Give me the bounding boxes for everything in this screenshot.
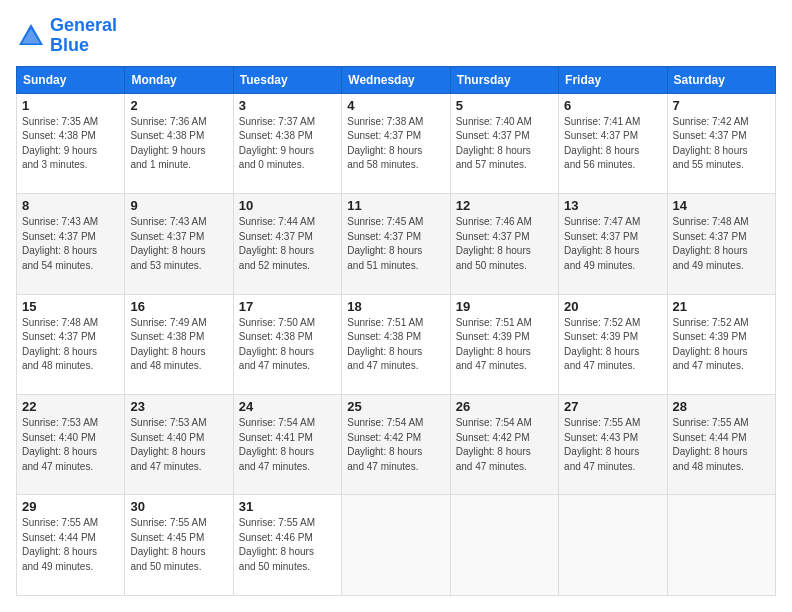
calendar-day-header: Tuesday — [233, 66, 341, 93]
day-info: Sunrise: 7:35 AM Sunset: 4:38 PM Dayligh… — [22, 115, 119, 173]
logo-text: General Blue — [50, 16, 117, 56]
day-info: Sunrise: 7:43 AM Sunset: 4:37 PM Dayligh… — [22, 215, 119, 273]
day-number: 27 — [564, 399, 661, 414]
day-number: 15 — [22, 299, 119, 314]
day-info: Sunrise: 7:51 AM Sunset: 4:38 PM Dayligh… — [347, 316, 444, 374]
day-number: 16 — [130, 299, 227, 314]
day-info: Sunrise: 7:52 AM Sunset: 4:39 PM Dayligh… — [673, 316, 770, 374]
calendar-cell: 28Sunrise: 7:55 AM Sunset: 4:44 PM Dayli… — [667, 395, 775, 495]
calendar-day-header: Saturday — [667, 66, 775, 93]
day-number: 21 — [673, 299, 770, 314]
calendar-cell: 24Sunrise: 7:54 AM Sunset: 4:41 PM Dayli… — [233, 395, 341, 495]
day-number: 30 — [130, 499, 227, 514]
day-info: Sunrise: 7:45 AM Sunset: 4:37 PM Dayligh… — [347, 215, 444, 273]
calendar-cell: 31Sunrise: 7:55 AM Sunset: 4:46 PM Dayli… — [233, 495, 341, 596]
day-number: 12 — [456, 198, 553, 213]
day-info: Sunrise: 7:55 AM Sunset: 4:43 PM Dayligh… — [564, 416, 661, 474]
day-info: Sunrise: 7:55 AM Sunset: 4:45 PM Dayligh… — [130, 516, 227, 574]
day-info: Sunrise: 7:54 AM Sunset: 4:42 PM Dayligh… — [456, 416, 553, 474]
day-number: 18 — [347, 299, 444, 314]
calendar-week-row: 22Sunrise: 7:53 AM Sunset: 4:40 PM Dayli… — [17, 395, 776, 495]
day-number: 17 — [239, 299, 336, 314]
calendar-table: SundayMondayTuesdayWednesdayThursdayFrid… — [16, 66, 776, 596]
day-number: 22 — [22, 399, 119, 414]
header: General Blue — [16, 16, 776, 56]
day-number: 20 — [564, 299, 661, 314]
logo: General Blue — [16, 16, 117, 56]
calendar-cell: 16Sunrise: 7:49 AM Sunset: 4:38 PM Dayli… — [125, 294, 233, 394]
calendar-cell: 30Sunrise: 7:55 AM Sunset: 4:45 PM Dayli… — [125, 495, 233, 596]
day-info: Sunrise: 7:55 AM Sunset: 4:44 PM Dayligh… — [673, 416, 770, 474]
calendar-cell: 25Sunrise: 7:54 AM Sunset: 4:42 PM Dayli… — [342, 395, 450, 495]
day-info: Sunrise: 7:48 AM Sunset: 4:37 PM Dayligh… — [673, 215, 770, 273]
day-number: 29 — [22, 499, 119, 514]
day-info: Sunrise: 7:52 AM Sunset: 4:39 PM Dayligh… — [564, 316, 661, 374]
calendar-cell: 9Sunrise: 7:43 AM Sunset: 4:37 PM Daylig… — [125, 194, 233, 294]
calendar-cell: 6Sunrise: 7:41 AM Sunset: 4:37 PM Daylig… — [559, 93, 667, 193]
day-info: Sunrise: 7:42 AM Sunset: 4:37 PM Dayligh… — [673, 115, 770, 173]
day-info: Sunrise: 7:40 AM Sunset: 4:37 PM Dayligh… — [456, 115, 553, 173]
calendar-cell — [450, 495, 558, 596]
day-info: Sunrise: 7:37 AM Sunset: 4:38 PM Dayligh… — [239, 115, 336, 173]
calendar-cell: 26Sunrise: 7:54 AM Sunset: 4:42 PM Dayli… — [450, 395, 558, 495]
calendar-cell — [667, 495, 775, 596]
calendar-cell: 19Sunrise: 7:51 AM Sunset: 4:39 PM Dayli… — [450, 294, 558, 394]
day-info: Sunrise: 7:49 AM Sunset: 4:38 PM Dayligh… — [130, 316, 227, 374]
day-number: 5 — [456, 98, 553, 113]
calendar-cell: 12Sunrise: 7:46 AM Sunset: 4:37 PM Dayli… — [450, 194, 558, 294]
calendar-cell: 21Sunrise: 7:52 AM Sunset: 4:39 PM Dayli… — [667, 294, 775, 394]
day-info: Sunrise: 7:41 AM Sunset: 4:37 PM Dayligh… — [564, 115, 661, 173]
day-number: 1 — [22, 98, 119, 113]
day-info: Sunrise: 7:54 AM Sunset: 4:42 PM Dayligh… — [347, 416, 444, 474]
day-info: Sunrise: 7:53 AM Sunset: 4:40 PM Dayligh… — [22, 416, 119, 474]
calendar-cell: 29Sunrise: 7:55 AM Sunset: 4:44 PM Dayli… — [17, 495, 125, 596]
calendar-cell: 20Sunrise: 7:52 AM Sunset: 4:39 PM Dayli… — [559, 294, 667, 394]
day-number: 14 — [673, 198, 770, 213]
calendar-day-header: Thursday — [450, 66, 558, 93]
day-info: Sunrise: 7:50 AM Sunset: 4:38 PM Dayligh… — [239, 316, 336, 374]
day-info: Sunrise: 7:55 AM Sunset: 4:46 PM Dayligh… — [239, 516, 336, 574]
day-info: Sunrise: 7:55 AM Sunset: 4:44 PM Dayligh… — [22, 516, 119, 574]
calendar-cell — [559, 495, 667, 596]
day-number: 8 — [22, 198, 119, 213]
day-info: Sunrise: 7:47 AM Sunset: 4:37 PM Dayligh… — [564, 215, 661, 273]
day-number: 2 — [130, 98, 227, 113]
day-number: 26 — [456, 399, 553, 414]
calendar-day-header: Friday — [559, 66, 667, 93]
calendar-cell: 22Sunrise: 7:53 AM Sunset: 4:40 PM Dayli… — [17, 395, 125, 495]
day-number: 23 — [130, 399, 227, 414]
calendar-cell: 10Sunrise: 7:44 AM Sunset: 4:37 PM Dayli… — [233, 194, 341, 294]
calendar-cell: 14Sunrise: 7:48 AM Sunset: 4:37 PM Dayli… — [667, 194, 775, 294]
day-number: 31 — [239, 499, 336, 514]
calendar-cell: 7Sunrise: 7:42 AM Sunset: 4:37 PM Daylig… — [667, 93, 775, 193]
calendar-header-row: SundayMondayTuesdayWednesdayThursdayFrid… — [17, 66, 776, 93]
page: General Blue SundayMondayTuesdayWednesda… — [0, 0, 792, 612]
day-info: Sunrise: 7:54 AM Sunset: 4:41 PM Dayligh… — [239, 416, 336, 474]
day-number: 9 — [130, 198, 227, 213]
day-number: 4 — [347, 98, 444, 113]
day-number: 3 — [239, 98, 336, 113]
calendar-cell — [342, 495, 450, 596]
calendar-week-row: 1Sunrise: 7:35 AM Sunset: 4:38 PM Daylig… — [17, 93, 776, 193]
calendar-cell: 13Sunrise: 7:47 AM Sunset: 4:37 PM Dayli… — [559, 194, 667, 294]
calendar-cell: 2Sunrise: 7:36 AM Sunset: 4:38 PM Daylig… — [125, 93, 233, 193]
day-number: 28 — [673, 399, 770, 414]
calendar-week-row: 15Sunrise: 7:48 AM Sunset: 4:37 PM Dayli… — [17, 294, 776, 394]
day-info: Sunrise: 7:44 AM Sunset: 4:37 PM Dayligh… — [239, 215, 336, 273]
day-info: Sunrise: 7:53 AM Sunset: 4:40 PM Dayligh… — [130, 416, 227, 474]
day-number: 25 — [347, 399, 444, 414]
calendar-cell: 15Sunrise: 7:48 AM Sunset: 4:37 PM Dayli… — [17, 294, 125, 394]
calendar-day-header: Monday — [125, 66, 233, 93]
day-number: 6 — [564, 98, 661, 113]
calendar-cell: 5Sunrise: 7:40 AM Sunset: 4:37 PM Daylig… — [450, 93, 558, 193]
calendar-cell: 17Sunrise: 7:50 AM Sunset: 4:38 PM Dayli… — [233, 294, 341, 394]
calendar-cell: 4Sunrise: 7:38 AM Sunset: 4:37 PM Daylig… — [342, 93, 450, 193]
day-info: Sunrise: 7:48 AM Sunset: 4:37 PM Dayligh… — [22, 316, 119, 374]
day-info: Sunrise: 7:43 AM Sunset: 4:37 PM Dayligh… — [130, 215, 227, 273]
day-number: 19 — [456, 299, 553, 314]
day-number: 10 — [239, 198, 336, 213]
day-number: 24 — [239, 399, 336, 414]
day-info: Sunrise: 7:46 AM Sunset: 4:37 PM Dayligh… — [456, 215, 553, 273]
day-number: 7 — [673, 98, 770, 113]
calendar-cell: 3Sunrise: 7:37 AM Sunset: 4:38 PM Daylig… — [233, 93, 341, 193]
